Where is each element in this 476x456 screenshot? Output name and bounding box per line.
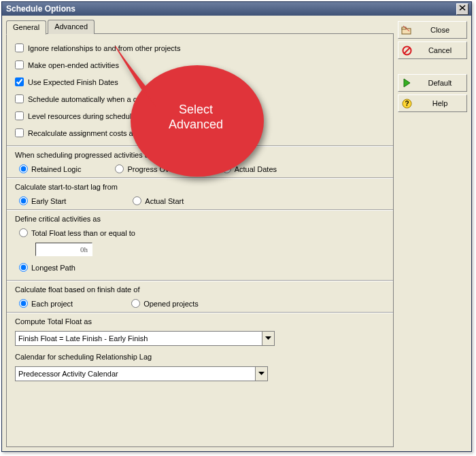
cb-recalc-costs-label: Recalculate assignment costs after s	[28, 129, 150, 137]
sidebar: Close Cancel Default	[398, 20, 467, 447]
titlebar-close-button[interactable]	[456, 3, 469, 15]
radio-actual-dates-label: Actual Dates	[235, 165, 277, 173]
radio-actual-start-input[interactable]	[133, 196, 141, 205]
svg-marker-3	[258, 372, 265, 375]
chevron-down-icon[interactable]	[255, 367, 267, 381]
cancel-button[interactable]: Cancel	[398, 41, 467, 59]
cb-recalc-costs-input[interactable]	[15, 128, 24, 137]
titlebar: Schedule Options	[2, 2, 471, 16]
radio-actual-start[interactable]: Actual Start	[133, 196, 184, 205]
total-float-value-field[interactable]	[35, 243, 92, 256]
cb-expected-finish-label: Use Expected Finish Dates	[28, 78, 118, 86]
tab-advanced-label: Advanced	[54, 22, 88, 31]
main-column: General Advanced Ignore relationships to…	[6, 20, 394, 447]
cb-level-resources-input[interactable]	[15, 111, 24, 120]
label-critical: Define critical activities as	[15, 215, 385, 223]
close-button-label: Close	[416, 26, 464, 34]
tabstrip: General Advanced	[6, 20, 394, 34]
cb-ignore-relationships[interactable]: Ignore relationships to and from other p…	[15, 43, 385, 52]
radio-early-start-label: Early Start	[31, 197, 66, 205]
close-button[interactable]: Close	[398, 21, 467, 39]
schedule-options-dialog: Schedule Options General Advanced Ig	[1, 1, 472, 452]
window-title: Schedule Options	[6, 3, 75, 15]
radio-progress-override-label: Progress Override	[127, 165, 188, 173]
cb-expected-finish-input[interactable]	[15, 77, 24, 86]
radio-retained-logic-label: Retained Logic	[31, 165, 81, 173]
separator	[7, 312, 393, 313]
svg-line-8	[404, 48, 409, 53]
help-button[interactable]: ? Help	[398, 94, 467, 112]
radiogroup-lag-from: Early Start Actual Start	[19, 196, 385, 205]
radio-opened-projects-label: Opened projects	[143, 300, 199, 308]
tab-general-label: General	[13, 23, 39, 31]
cb-level-resources[interactable]: Level resources during scheduling	[15, 111, 385, 120]
radio-each-project-label: Each project	[31, 300, 73, 308]
help-button-label: Help	[416, 99, 464, 107]
cb-recalc-costs[interactable]: Recalculate assignment costs after s	[15, 128, 385, 137]
cb-auto-schedule-input[interactable]	[15, 94, 24, 103]
radio-progress-override-input[interactable]	[115, 164, 124, 173]
help-icon: ?	[401, 98, 412, 109]
radio-each-project[interactable]: Each project	[19, 299, 73, 308]
cb-auto-schedule[interactable]: Schedule automatically when a change	[15, 94, 385, 103]
separator	[7, 280, 393, 281]
radio-actual-dates-input[interactable]	[222, 164, 231, 173]
radio-early-start-input[interactable]	[19, 196, 28, 205]
cb-level-resources-label: Level resources during scheduling	[28, 112, 141, 120]
radiogroup-float-based: Each project Opened projects	[19, 299, 385, 308]
radio-total-float-lte[interactable]: Total Float less than or equal to	[19, 228, 385, 237]
label-float-based: Calculate float based on finish date of	[15, 285, 385, 294]
radiogroup-sched-progressed: Retained Logic Progress Override Actual …	[19, 164, 385, 173]
radio-progress-override[interactable]: Progress Override	[115, 164, 188, 173]
label-lag-from: Calculate start-to-start lag from	[15, 183, 385, 191]
cancel-button-label: Cancel	[416, 46, 464, 54]
radio-early-start[interactable]: Early Start	[19, 196, 66, 205]
dialog-body: General Advanced Ignore relationships to…	[2, 16, 471, 451]
cb-ignore-relationships-input[interactable]	[15, 43, 24, 52]
combo-calendar-lag[interactable]: Predecessor Activity Calendar	[15, 366, 268, 381]
svg-marker-2	[265, 336, 271, 340]
chevron-down-icon[interactable]	[262, 332, 274, 345]
svg-marker-9	[404, 79, 410, 87]
radio-retained-logic-input[interactable]	[19, 164, 28, 173]
close-icon	[459, 5, 466, 11]
separator	[7, 145, 393, 147]
radio-longest-path-input[interactable]	[19, 263, 28, 272]
radio-each-project-input[interactable]	[19, 299, 28, 308]
default-button[interactable]: Default	[398, 74, 467, 92]
radio-retained-logic[interactable]: Retained Logic	[19, 164, 81, 173]
combo-compute-float[interactable]: Finish Float = Late Finish - Early Finis…	[15, 331, 275, 346]
svg-text:?: ?	[405, 100, 409, 107]
radio-longest-path[interactable]: Longest Path	[19, 263, 385, 272]
cb-open-ended[interactable]: Make open-ended activities	[15, 60, 385, 69]
cb-ignore-relationships-label: Ignore relationships to and from other p…	[28, 44, 180, 52]
combo-compute-float-value: Finish Float = Late Finish - Early Finis…	[16, 332, 262, 345]
label-calendar-lag: Calendar for scheduling Relationship Lag	[15, 353, 385, 361]
radio-actual-dates[interactable]: Actual Dates	[222, 164, 277, 173]
radio-opened-projects-input[interactable]	[131, 299, 140, 308]
cb-expected-finish[interactable]: Use Expected Finish Dates	[15, 77, 385, 86]
radio-opened-projects[interactable]: Opened projects	[131, 299, 199, 308]
label-sched-progressed: When scheduling progressed activities us…	[15, 151, 385, 159]
combo-calendar-lag-value: Predecessor Activity Calendar	[16, 367, 255, 381]
close-folder-icon	[401, 24, 412, 35]
default-button-label: Default	[416, 79, 464, 87]
tab-advanced[interactable]: Advanced	[48, 20, 95, 34]
cb-open-ended-input[interactable]	[15, 60, 24, 69]
separator	[7, 177, 393, 179]
label-compute-float: Compute Total Float as	[15, 317, 385, 326]
play-icon	[401, 77, 412, 88]
radio-total-float-lte-label: Total Float less than or equal to	[31, 229, 135, 237]
panel-general: Ignore relationships to and from other p…	[6, 33, 394, 447]
radio-longest-path-label: Longest Path	[31, 264, 75, 272]
separator	[7, 209, 393, 211]
cb-open-ended-label: Make open-ended activities	[28, 61, 119, 69]
radio-actual-start-label: Actual Start	[145, 197, 184, 205]
cancel-icon	[401, 45, 412, 56]
tab-general[interactable]: General	[6, 20, 46, 35]
radio-total-float-lte-input[interactable]	[19, 228, 28, 237]
cb-auto-schedule-label: Schedule automatically when a change	[28, 95, 158, 103]
